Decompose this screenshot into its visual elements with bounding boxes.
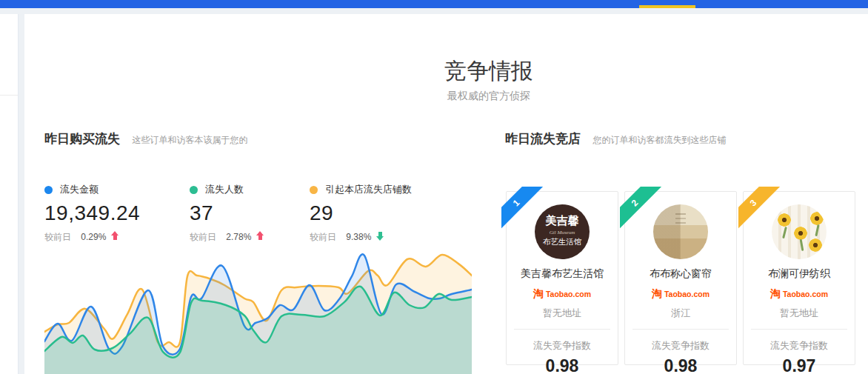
store-location: 暂无地址 <box>507 307 618 320</box>
store-avatar <box>772 204 827 259</box>
card-divider <box>751 329 847 330</box>
legend-item-loss-amount[interactable]: 流失金额 <box>44 183 185 196</box>
loss-visitors-value: 37 <box>190 201 304 225</box>
taobao-icon: 淘 <box>652 287 662 299</box>
change-percent: 2.78% <box>226 232 251 242</box>
metric-loss-visitors: 流失人数 37 较前日 2.78% <box>190 180 304 244</box>
loss-index-label: 流失竞争指数 <box>744 339 855 353</box>
legend-dot-green <box>190 186 198 194</box>
store-avatar: 美吉馨 Gil Museum 布艺生活馆 <box>535 204 590 259</box>
loss-index-value: 0.97 <box>744 356 855 374</box>
loss-index-value: 0.98 <box>625 356 736 374</box>
store-location: 暂无地址 <box>744 307 855 320</box>
legend-item-causing-stores[interactable]: 引起本店流失店铺数 <box>310 183 480 196</box>
main-content-card: 竞争情报 最权威的官方侦探 昨日购买流失 这些订单和访客本该属于您的 昨日流失竞… <box>24 14 868 374</box>
loss-trend-chart[interactable] <box>44 248 472 374</box>
card-divider <box>632 329 729 330</box>
metric-causing-stores: 引起本店流失店铺数 29 较前日 9.38% <box>310 180 480 244</box>
store-location: 浙江 <box>625 307 736 320</box>
page-header: 竞争情报 最权威的官方侦探 <box>110 59 868 103</box>
taobao-icon: 淘 <box>533 287 544 299</box>
platform-badge: 淘Taobao.com <box>507 287 618 301</box>
store-name[interactable]: 布澜可伊纺织 <box>744 267 855 281</box>
page-title: 竞争情报 <box>110 59 868 84</box>
change-percent: 0.29% <box>81 232 106 242</box>
sidebar-divider <box>0 14 18 96</box>
compare-label: 较前日 <box>310 232 336 242</box>
platform-badge: 淘Taobao.com <box>744 287 855 301</box>
loss-index-label: 流失竞争指数 <box>625 339 736 353</box>
card-divider <box>514 329 610 330</box>
causing-stores-value: 29 <box>310 201 480 225</box>
purchase-loss-description: 这些订单和访客本该属于您的 <box>132 135 247 145</box>
purchase-loss-section-header: 昨日购买流失 这些订单和访客本该属于您的 <box>44 130 247 147</box>
page-subtitle: 最权威的官方侦探 <box>110 90 868 103</box>
store-name[interactable]: 布布称心窗帘 <box>625 267 736 281</box>
taobao-icon: 淘 <box>770 287 781 299</box>
store-card-2[interactable]: 2 布布称心窗帘 淘Taobao.com 浙江 流失竞争指数 0.98 <box>624 191 737 365</box>
loss-index-value: 0.98 <box>507 356 618 374</box>
legend-dot-blue <box>44 186 53 194</box>
store-card-3[interactable]: 3 布澜可伊纺织 淘Taobao.com 暂无地址 <box>743 191 855 365</box>
store-avatar <box>653 204 708 259</box>
active-tab-indicator <box>639 5 695 8</box>
rank-number: 3 <box>748 198 759 209</box>
lost-stores-section-header: 昨日流失竞店 您的订单和访客都流失到这些店铺 <box>505 130 726 147</box>
trend-chart-svg <box>44 248 472 374</box>
store-name[interactable]: 美吉馨布艺生活馆 <box>507 267 618 281</box>
legend-dot-orange <box>310 186 318 194</box>
lost-stores-title: 昨日流失竞店 <box>505 132 581 146</box>
rank-number: 2 <box>630 198 641 209</box>
store-card-1[interactable]: 1 美吉馨 Gil Museum 布艺生活馆 美吉馨布艺生活馆 淘Taobao.… <box>506 191 618 365</box>
trend-up-icon <box>111 231 119 241</box>
legend-item-loss-visitors[interactable]: 流失人数 <box>190 183 304 196</box>
rank-number: 1 <box>511 198 522 209</box>
collapsed-sidebar[interactable] <box>0 14 19 374</box>
loss-index-label: 流失竞争指数 <box>507 339 618 353</box>
compare-label: 较前日 <box>44 232 71 242</box>
trend-up-icon <box>256 231 264 241</box>
top-nav-bar <box>0 0 868 8</box>
lost-stores-description: 您的订单和访客都流失到这些店铺 <box>592 135 726 145</box>
metric-loss-amount: 流失金额 19,349.24 较前日 0.29% <box>44 180 185 244</box>
purchase-loss-title: 昨日购买流失 <box>44 132 120 146</box>
competing-stores-row: 1 美吉馨 Gil Museum 布艺生活馆 美吉馨布艺生活馆 淘Taobao.… <box>506 191 855 365</box>
trend-down-icon <box>376 231 384 241</box>
platform-badge: 淘Taobao.com <box>625 287 736 301</box>
change-percent: 9.38% <box>346 232 371 242</box>
compare-label: 较前日 <box>190 232 216 242</box>
loss-amount-value: 19,349.24 <box>44 201 185 225</box>
competitive-intelligence-page: 竞争情报 最权威的官方侦探 昨日购买流失 这些订单和访客本该属于您的 昨日流失竞… <box>0 0 868 374</box>
